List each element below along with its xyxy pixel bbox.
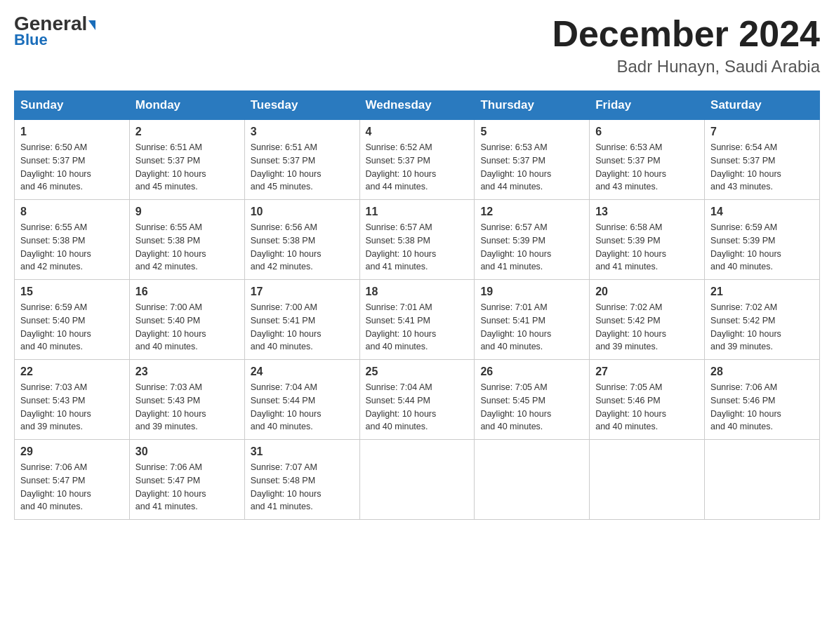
table-row: 5Sunrise: 6:53 AMSunset: 5:37 PMDaylight…: [475, 120, 590, 200]
table-row: 7Sunrise: 6:54 AMSunset: 5:37 PMDaylight…: [705, 120, 820, 200]
day-info: Sunrise: 6:57 AMSunset: 5:39 PMDaylight:…: [480, 221, 583, 274]
day-number: 13: [595, 206, 699, 218]
calendar-body: 1Sunrise: 6:50 AMSunset: 5:37 PMDaylight…: [15, 120, 820, 520]
table-row: 21Sunrise: 7:02 AMSunset: 5:42 PMDayligh…: [705, 280, 820, 360]
day-info: Sunrise: 6:53 AMSunset: 5:37 PMDaylight:…: [595, 141, 699, 194]
table-row: 28Sunrise: 7:06 AMSunset: 5:46 PMDayligh…: [705, 360, 820, 440]
table-row: [475, 440, 590, 520]
day-info: Sunrise: 6:54 AMSunset: 5:37 PMDaylight:…: [710, 141, 814, 194]
day-number: 2: [135, 126, 239, 138]
day-number: 18: [366, 286, 469, 298]
day-number: 31: [251, 445, 354, 458]
day-number: 19: [480, 286, 583, 298]
logo-blue: Blue: [14, 31, 48, 49]
day-info: Sunrise: 6:52 AMSunset: 5:37 PMDaylight:…: [366, 141, 469, 194]
day-info: Sunrise: 6:55 AMSunset: 5:38 PMDaylight:…: [20, 221, 124, 274]
page-header: General Blue December 2024 Badr Hunayn, …: [14, 14, 820, 76]
calendar-table: Sunday Monday Tuesday Wednesday Thursday…: [14, 90, 820, 520]
day-info: Sunrise: 6:55 AMSunset: 5:38 PMDaylight:…: [135, 221, 239, 274]
calendar-header: Sunday Monday Tuesday Wednesday Thursday…: [15, 91, 820, 120]
day-info: Sunrise: 6:57 AMSunset: 5:38 PMDaylight:…: [366, 221, 469, 274]
table-row: 30Sunrise: 7:06 AMSunset: 5:47 PMDayligh…: [129, 440, 244, 520]
table-row: 4Sunrise: 6:52 AMSunset: 5:37 PMDaylight…: [359, 120, 475, 200]
calendar-week-3: 15Sunrise: 6:59 AMSunset: 5:40 PMDayligh…: [15, 280, 820, 360]
day-number: 20: [595, 286, 699, 298]
header-friday: Friday: [590, 91, 705, 120]
day-info: Sunrise: 6:58 AMSunset: 5:39 PMDaylight:…: [595, 221, 699, 274]
day-info: Sunrise: 7:04 AMSunset: 5:44 PMDaylight:…: [366, 381, 469, 434]
table-row: 20Sunrise: 7:02 AMSunset: 5:42 PMDayligh…: [590, 280, 705, 360]
table-row: 13Sunrise: 6:58 AMSunset: 5:39 PMDayligh…: [590, 200, 705, 280]
table-row: [705, 440, 820, 520]
table-row: 27Sunrise: 7:05 AMSunset: 5:46 PMDayligh…: [590, 360, 705, 440]
day-number: 6: [595, 126, 699, 138]
table-row: 14Sunrise: 6:59 AMSunset: 5:39 PMDayligh…: [705, 200, 820, 280]
day-info: Sunrise: 7:01 AMSunset: 5:41 PMDaylight:…: [480, 301, 583, 354]
day-number: 12: [480, 206, 583, 218]
day-info: Sunrise: 6:56 AMSunset: 5:38 PMDaylight:…: [251, 221, 354, 274]
table-row: 10Sunrise: 6:56 AMSunset: 5:38 PMDayligh…: [244, 200, 359, 280]
month-title: December 2024: [552, 14, 820, 54]
calendar-week-2: 8Sunrise: 6:55 AMSunset: 5:38 PMDaylight…: [15, 200, 820, 280]
table-row: 22Sunrise: 7:03 AMSunset: 5:43 PMDayligh…: [15, 360, 130, 440]
header-sunday: Sunday: [15, 91, 130, 120]
day-number: 23: [135, 365, 239, 378]
table-row: 9Sunrise: 6:55 AMSunset: 5:38 PMDaylight…: [129, 200, 244, 280]
calendar-week-1: 1Sunrise: 6:50 AMSunset: 5:37 PMDaylight…: [15, 120, 820, 200]
day-info: Sunrise: 7:05 AMSunset: 5:46 PMDaylight:…: [595, 381, 699, 434]
table-row: 17Sunrise: 7:00 AMSunset: 5:41 PMDayligh…: [244, 280, 359, 360]
day-number: 16: [135, 286, 239, 298]
calendar-week-5: 29Sunrise: 7:06 AMSunset: 5:47 PMDayligh…: [15, 440, 820, 520]
logo-triangle-icon: [88, 20, 95, 30]
header-thursday: Thursday: [475, 91, 590, 120]
day-info: Sunrise: 6:59 AMSunset: 5:39 PMDaylight:…: [710, 221, 814, 274]
day-number: 14: [710, 206, 814, 218]
calendar-week-4: 22Sunrise: 7:03 AMSunset: 5:43 PMDayligh…: [15, 360, 820, 440]
header-monday: Monday: [129, 91, 244, 120]
day-number: 30: [135, 445, 239, 458]
day-number: 5: [480, 126, 583, 138]
day-info: Sunrise: 6:51 AMSunset: 5:37 PMDaylight:…: [135, 141, 239, 194]
day-info: Sunrise: 7:05 AMSunset: 5:45 PMDaylight:…: [480, 381, 583, 434]
table-row: 25Sunrise: 7:04 AMSunset: 5:44 PMDayligh…: [359, 360, 475, 440]
day-number: 17: [251, 286, 354, 298]
table-row: [590, 440, 705, 520]
title-block: December 2024 Badr Hunayn, Saudi Arabia: [552, 14, 820, 76]
table-row: 8Sunrise: 6:55 AMSunset: 5:38 PMDaylight…: [15, 200, 130, 280]
day-info: Sunrise: 6:53 AMSunset: 5:37 PMDaylight:…: [480, 141, 583, 194]
table-row: 18Sunrise: 7:01 AMSunset: 5:41 PMDayligh…: [359, 280, 475, 360]
table-row: 31Sunrise: 7:07 AMSunset: 5:48 PMDayligh…: [244, 440, 359, 520]
day-info: Sunrise: 7:00 AMSunset: 5:40 PMDaylight:…: [135, 301, 239, 354]
table-row: 3Sunrise: 6:51 AMSunset: 5:37 PMDaylight…: [244, 120, 359, 200]
table-row: 19Sunrise: 7:01 AMSunset: 5:41 PMDayligh…: [475, 280, 590, 360]
table-row: [359, 440, 475, 520]
table-row: 15Sunrise: 6:59 AMSunset: 5:40 PMDayligh…: [15, 280, 130, 360]
day-info: Sunrise: 7:00 AMSunset: 5:41 PMDaylight:…: [251, 301, 354, 354]
day-number: 9: [135, 206, 239, 218]
day-number: 15: [20, 286, 124, 298]
location-title: Badr Hunayn, Saudi Arabia: [552, 57, 820, 76]
table-row: 29Sunrise: 7:06 AMSunset: 5:47 PMDayligh…: [15, 440, 130, 520]
day-info: Sunrise: 6:50 AMSunset: 5:37 PMDaylight:…: [20, 141, 124, 194]
day-info: Sunrise: 7:01 AMSunset: 5:41 PMDaylight:…: [366, 301, 469, 354]
table-row: 26Sunrise: 7:05 AMSunset: 5:45 PMDayligh…: [475, 360, 590, 440]
header-tuesday: Tuesday: [244, 91, 359, 120]
day-info: Sunrise: 7:06 AMSunset: 5:47 PMDaylight:…: [135, 461, 239, 514]
day-number: 21: [710, 286, 814, 298]
day-number: 1: [20, 126, 124, 138]
day-info: Sunrise: 6:59 AMSunset: 5:40 PMDaylight:…: [20, 301, 124, 354]
day-number: 29: [20, 445, 124, 458]
day-number: 11: [366, 206, 469, 218]
day-number: 4: [366, 126, 469, 138]
table-row: 1Sunrise: 6:50 AMSunset: 5:37 PMDaylight…: [15, 120, 130, 200]
day-number: 24: [251, 365, 354, 378]
table-row: 2Sunrise: 6:51 AMSunset: 5:37 PMDaylight…: [129, 120, 244, 200]
logo: General Blue: [14, 14, 95, 49]
day-number: 27: [595, 365, 699, 378]
day-info: Sunrise: 7:07 AMSunset: 5:48 PMDaylight:…: [251, 461, 354, 514]
day-number: 10: [251, 206, 354, 218]
table-row: 11Sunrise: 6:57 AMSunset: 5:38 PMDayligh…: [359, 200, 475, 280]
day-info: Sunrise: 7:04 AMSunset: 5:44 PMDaylight:…: [251, 381, 354, 434]
day-number: 7: [710, 126, 814, 138]
table-row: 16Sunrise: 7:00 AMSunset: 5:40 PMDayligh…: [129, 280, 244, 360]
